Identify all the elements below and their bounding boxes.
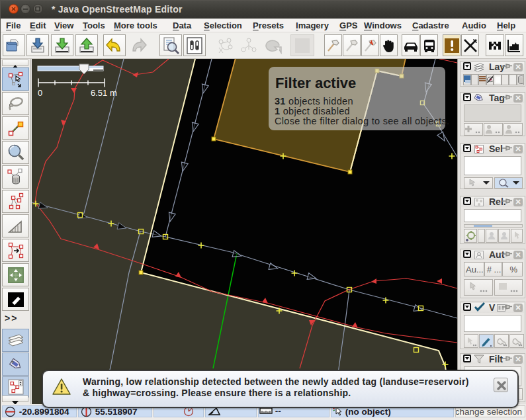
svg-text:0: 0 — [38, 88, 42, 98]
svg-text:1 object disabled: 1 object disabled — [275, 106, 350, 116]
svg-text:31 objects hidden: 31 objects hidden — [275, 96, 353, 106]
svg-text:Filter active: Filter active — [275, 75, 356, 91]
svg-text:Close the filter dialog to see: Close the filter dialog to see all objec… — [275, 116, 449, 126]
svg-text:6.51 m: 6.51 m — [91, 88, 117, 98]
